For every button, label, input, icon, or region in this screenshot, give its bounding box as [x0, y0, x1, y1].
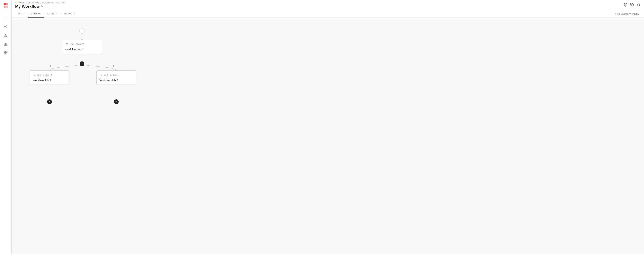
next-step-button[interactable]: Next: Launch Workflow › — [615, 10, 640, 17]
tab-launch[interactable]: LAUNCH — [44, 10, 60, 18]
job-list-icon — [65, 43, 68, 46]
svg-point-12 — [6, 34, 6, 35]
job2-label: JOB — [37, 74, 41, 76]
sidebar-item-workflow[interactable] — [3, 24, 9, 30]
svg-rect-24 — [6, 53, 7, 54]
topbar-actions — [624, 3, 640, 8]
svg-point-30 — [50, 65, 51, 67]
canvas-connections — [12, 18, 644, 254]
sidebar-item-grid[interactable] — [3, 50, 9, 56]
svg-rect-18 — [4, 44, 5, 46]
add-button-3[interactable]: + — [114, 99, 119, 104]
tab-canvas[interactable]: CANVAS — [28, 10, 44, 18]
copy-icon[interactable] — [630, 3, 634, 8]
job-node-3-header: JOB 2140171 — [100, 74, 133, 76]
svg-point-8 — [6, 25, 7, 26]
svg-point-9 — [6, 28, 7, 28]
job2-list-icon — [33, 74, 36, 76]
svg-point-7 — [4, 26, 5, 27]
sidebar-item-nodes[interactable] — [3, 32, 9, 38]
workflow-title: My Workflow ✎ — [15, 4, 66, 9]
topbar: ↻ WORKFLOW ID 63842 | GLAPORTE@APPEN.COM… — [12, 0, 644, 18]
svg-rect-19 — [6, 43, 6, 46]
svg-rect-22 — [6, 51, 7, 52]
tab-data[interactable]: DATA — [15, 10, 27, 18]
app-logo[interactable] — [0, 0, 12, 11]
svg-point-31 — [113, 65, 114, 67]
svg-rect-1 — [6, 3, 8, 5]
svg-line-16 — [6, 34, 7, 36]
job3-list-icon — [100, 74, 102, 76]
svg-rect-2 — [4, 6, 6, 8]
job-node-2-header: JOB 2140170 — [33, 74, 66, 76]
job-node-1-header: JOB 2140169 — [65, 43, 99, 46]
logo-icon — [3, 3, 8, 8]
edit-title-icon[interactable]: ✎ — [41, 5, 43, 8]
job-node-2[interactable]: JOB 2140170 Workflow Job 2 — [30, 70, 69, 85]
svg-line-10 — [5, 26, 6, 27]
job2-id: 2140170 — [43, 74, 52, 76]
sidebar-item-charts[interactable] — [3, 41, 9, 47]
workflow-meta-text: WORKFLOW ID 63842 | GLAPORTE@APPEN.COM — [18, 2, 66, 4]
add-button-2[interactable]: + — [47, 99, 52, 104]
job1-id: 2140169 — [76, 43, 84, 46]
tabs: DATA › CANVAS › LAUNCH › RESULTS — [15, 10, 78, 18]
job3-label: JOB — [104, 74, 108, 76]
refresh-icon: ↻ — [15, 1, 17, 4]
svg-point-25 — [625, 4, 626, 5]
job-node-1[interactable]: JOB 2140169 Workflow Job 1 — [62, 40, 102, 54]
sidebar-item-list[interactable] — [3, 15, 9, 21]
svg-rect-0 — [4, 3, 6, 5]
job2-name: Workflow Job 2 — [33, 78, 66, 82]
svg-line-15 — [5, 34, 6, 36]
canvas-area[interactable]: JOB 2140169 Workflow Job 1 JOB 2140170 W… — [12, 18, 644, 254]
svg-rect-21 — [4, 51, 5, 52]
add-button-1[interactable]: + — [80, 62, 84, 66]
sidebar — [0, 0, 12, 254]
workflow-meta: ↻ WORKFLOW ID 63842 | GLAPORTE@APPEN.COM — [15, 1, 66, 4]
job3-name: Workflow Job 3 — [100, 78, 133, 82]
settings-icon[interactable] — [624, 3, 628, 8]
job3-id: 2140171 — [110, 74, 119, 76]
svg-rect-23 — [4, 53, 5, 54]
svg-rect-20 — [6, 44, 7, 46]
delete-icon[interactable] — [637, 3, 640, 8]
svg-line-11 — [5, 27, 6, 28]
job-node-3[interactable]: JOB 2140171 Workflow Job 3 — [96, 70, 136, 85]
job1-name: Workflow Job 1 — [65, 48, 99, 51]
tab-results[interactable]: RESULTS — [61, 10, 78, 18]
start-node — [80, 28, 84, 34]
svg-rect-26 — [632, 4, 634, 6]
svg-rect-3 — [6, 6, 8, 8]
next-chevron-icon: › — [640, 12, 640, 15]
topbar-left: ↻ WORKFLOW ID 63842 | GLAPORTE@APPEN.COM… — [15, 1, 66, 9]
job1-label: JOB — [70, 43, 74, 45]
main-area: ↻ WORKFLOW ID 63842 | GLAPORTE@APPEN.COM… — [12, 0, 644, 254]
